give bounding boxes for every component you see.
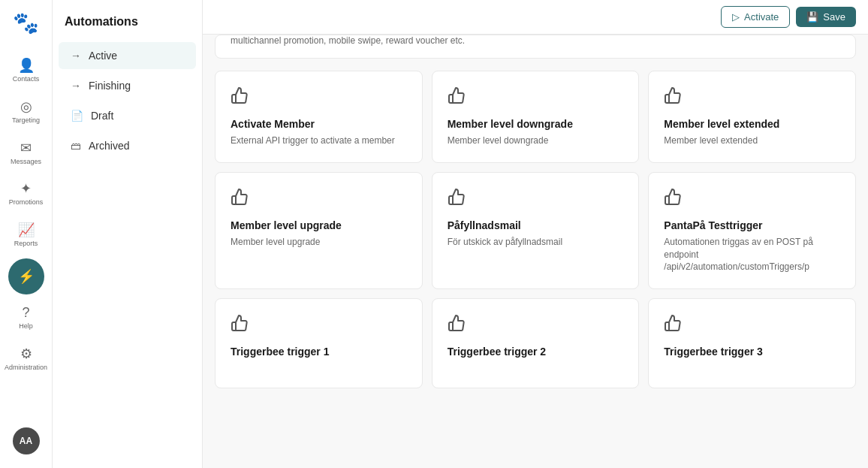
nav-label-contacts: Contacts	[13, 75, 40, 83]
card-member-level-upgrade[interactable]: Member level upgrade Member level upgrad…	[215, 172, 423, 289]
nav-label-targeting: Targeting	[12, 116, 40, 125]
sidebar-item-archived[interactable]: 🗃 Archived	[59, 132, 196, 159]
card-title-0: Activate Member	[231, 118, 407, 130]
card-desc-4: För utskick av påfyllnadsmail	[448, 236, 624, 249]
sidebar-label-draft: Draft	[91, 110, 113, 122]
card-title-5: PantaPå Testtrigger	[664, 219, 840, 231]
targeting-icon: ◎	[20, 98, 32, 115]
archived-icon: 🗃	[71, 140, 81, 152]
partial-card-desc: multichannel promotion, mobile swipe, re…	[231, 35, 840, 46]
card-icon-4	[448, 188, 624, 210]
card-title-6: Triggerbee trigger 1	[231, 346, 407, 358]
nav-item-promotions[interactable]: ✦ Promotions	[0, 174, 52, 213]
promotions-icon: ✦	[20, 180, 32, 197]
left-navigation: 🐾 👤 Contacts ◎ Targeting ✉ Messages ✦ Pr…	[0, 0, 53, 468]
sidebar-item-finishing[interactable]: → Finishing	[59, 72, 196, 99]
sidebar-label-finishing: Finishing	[89, 80, 131, 92]
nav-item-targeting[interactable]: ◎ Targeting	[0, 92, 52, 131]
card-desc-2: Member level extended	[664, 134, 840, 147]
logo[interactable]: 🐾	[11, 8, 41, 38]
activate-label: Activate	[744, 11, 779, 23]
card-desc-1: Member level downgrade	[448, 134, 624, 147]
sidebar-item-active[interactable]: → Active	[59, 42, 196, 69]
card-title-8: Triggerbee trigger 3	[664, 346, 840, 358]
logo-icon: 🐾	[13, 11, 39, 35]
sidebar-label-archived: Archived	[89, 140, 129, 152]
contacts-icon: 👤	[18, 57, 35, 74]
top-bar: ▷ Activate 💾 Save	[203, 0, 868, 35]
card-pafyllnadsmail[interactable]: Påfyllnadsmail För utskick av påfyllnads…	[432, 172, 640, 289]
card-activate-member[interactable]: Activate Member External API trigger to …	[215, 71, 423, 163]
help-icon: ?	[22, 305, 29, 321]
card-icon-7	[448, 314, 624, 337]
nav-item-automations[interactable]: ⚡	[8, 258, 44, 294]
card-triggerbee-2[interactable]: Triggerbee trigger 2	[432, 298, 640, 388]
activate-icon: ▷	[732, 11, 740, 23]
card-triggerbee-1[interactable]: Triggerbee trigger 1	[215, 298, 423, 388]
finishing-icon: →	[71, 80, 81, 92]
automations-icon: ⚡	[18, 268, 35, 285]
card-title-1: Member level downgrade	[448, 118, 624, 130]
active-icon: →	[71, 50, 81, 62]
messages-icon: ✉	[20, 140, 32, 156]
card-icon-2	[664, 86, 840, 109]
card-title-7: Triggerbee trigger 2	[448, 346, 624, 358]
nav-label-messages: Messages	[11, 158, 41, 166]
card-icon-5	[664, 188, 840, 210]
nav-item-messages[interactable]: ✉ Messages	[0, 134, 52, 172]
nav-item-administration[interactable]: ⚙ Administration	[0, 340, 52, 378]
main-content: ▷ Activate 💾 Save multichannel promotion…	[203, 0, 868, 468]
user-avatar[interactable]: AA	[13, 427, 40, 454]
nav-label-promotions: Promotions	[9, 198, 44, 207]
cards-grid: Activate Member External API trigger to …	[215, 71, 856, 388]
sidebar-title: Automations	[53, 15, 202, 41]
card-desc-5: Automationen triggas av en POST på endpo…	[664, 236, 840, 273]
save-label: Save	[823, 11, 845, 23]
draft-icon: 📄	[71, 110, 83, 122]
card-member-level-downgrade[interactable]: Member level downgrade Member level down…	[432, 71, 640, 163]
sidebar-label-active: Active	[89, 50, 117, 62]
card-icon-8	[664, 314, 840, 337]
card-desc-0: External API trigger to activate a membe…	[231, 134, 407, 147]
reports-icon: 📈	[18, 222, 35, 238]
card-desc-3: Member level upgrade	[231, 236, 407, 249]
card-title-2: Member level extended	[664, 118, 840, 130]
nav-label-administration: Administration	[5, 364, 47, 372]
sidebar: Automations → Active → Finishing 📄 Draft…	[53, 0, 203, 468]
nav-item-contacts[interactable]: 👤 Contacts	[0, 51, 52, 89]
card-title-3: Member level upgrade	[231, 219, 407, 231]
card-pantapa-testtrigger[interactable]: PantaPå Testtrigger Automationen triggas…	[648, 172, 856, 289]
sidebar-item-draft[interactable]: 📄 Draft	[59, 102, 196, 129]
save-button[interactable]: 💾 Save	[796, 7, 856, 27]
nav-label-reports: Reports	[14, 240, 38, 248]
nav-item-reports[interactable]: 📈 Reports	[0, 216, 52, 254]
card-title-4: Påfyllnadsmail	[448, 219, 624, 231]
administration-icon: ⚙	[20, 346, 32, 362]
card-icon-6	[231, 314, 407, 337]
activate-button[interactable]: ▷ Activate	[721, 6, 790, 28]
card-icon-1	[448, 86, 624, 109]
card-icon-3	[231, 188, 407, 210]
card-icon-0	[231, 86, 407, 109]
nav-label-help: Help	[19, 322, 33, 331]
card-triggerbee-3[interactable]: Triggerbee trigger 3	[648, 298, 856, 388]
save-icon: 💾	[806, 11, 818, 23]
nav-item-help[interactable]: ? Help	[0, 299, 52, 337]
card-member-level-extended[interactable]: Member level extended Member level exten…	[648, 71, 856, 163]
cards-area: Activate Member External API trigger to …	[203, 59, 868, 400]
